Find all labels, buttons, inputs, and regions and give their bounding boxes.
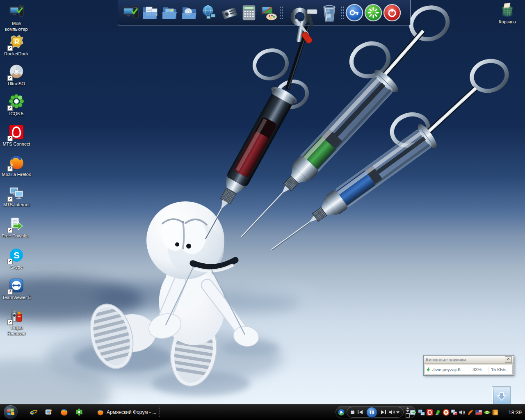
dock-item-system-tools[interactable]: [284, 7, 319, 45]
desktop-icon-teamviewer[interactable]: ↗ TeamViewer 5: [0, 277, 36, 301]
desktop-icon-ultraiso[interactable]: ↗ UltraISO: [0, 64, 36, 87]
desktop-icon-label: MTS-Internet: [0, 202, 36, 208]
tray-audio-device-icon[interactable]: [467, 409, 474, 416]
dock-separator: [340, 5, 345, 21]
tray-opera-icon[interactable]: [426, 409, 433, 416]
next-button[interactable]: [381, 410, 386, 414]
shortcut-arrow-icon: ↗: [7, 166, 13, 171]
dock-item-documents-folder[interactable]: [141, 3, 160, 22]
svg-text:e: e: [31, 409, 34, 416]
desktop-icon-label: Skype: [0, 265, 36, 270]
shortcut-arrow-icon: ↗: [7, 105, 13, 111]
shortcut-arrow-icon: ↗: [7, 46, 13, 51]
shortcut-arrow-icon: ↗: [7, 259, 13, 264]
dock-item-log-off-button[interactable]: [345, 4, 363, 22]
icq-quicklaunch-icon[interactable]: [75, 408, 83, 416]
desktop-icon-mts-connect[interactable]: ↗ MTS Connect: [0, 124, 36, 147]
start-button[interactable]: [4, 405, 18, 419]
dock-item-display-properties[interactable]: [259, 3, 278, 22]
svg-text:S: S: [14, 250, 20, 260]
ultraiso-icon: ↗: [8, 64, 25, 80]
dock-item-my-computer[interactable]: [121, 3, 140, 22]
dock-separator: [279, 5, 283, 21]
desktop-icon-label: Корзина: [488, 19, 525, 25]
internet-explorer-icon[interactable]: e: [30, 408, 38, 416]
taskbar-separator: [159, 406, 160, 418]
dock-item-calculator[interactable]: [240, 3, 258, 22]
tray-volume-icon[interactable]: [459, 409, 466, 416]
desktop-icon-label: ICQ6.5: [0, 111, 36, 117]
downloads-titlebar[interactable]: Активные закачки ✕: [424, 356, 514, 364]
stop-button[interactable]: [351, 411, 354, 414]
skype-icon: S ↗: [8, 247, 25, 263]
desktop-icon-icq[interactable]: ↗ ICQ6.5: [0, 94, 36, 117]
desktop-icon-mozilla-firefox[interactable]: ↗ Mozilla Firefox: [0, 154, 36, 178]
dock-item-music-folder[interactable]: ♪: [180, 3, 199, 22]
download-filename: Jivie.peyzaji.K ...: [432, 367, 470, 372]
mts-connect-icon: ↗: [8, 124, 25, 140]
downloads-window: Активные закачки ✕ Jivie.peyzaji.K ... 3…: [423, 355, 514, 376]
download-row[interactable]: Jivie.peyzaji.K ... 33% 15 КБ/s: [425, 365, 513, 374]
dock-item-shutdown-button[interactable]: [383, 4, 401, 22]
desktop: ♪: [0, 0, 525, 420]
desktop-icon-label: Trojan Remover: [2, 325, 31, 337]
dock-item-media-device[interactable]: [220, 3, 239, 22]
my-computer-icon: [8, 3, 25, 20]
taskbar: e Армянский Форум - ...: [0, 404, 525, 420]
download-speed: 15 КБ/s: [488, 367, 511, 372]
svg-text:R: R: [14, 38, 19, 46]
dock-item-restart-button[interactable]: [364, 4, 382, 22]
recycle-bin-icon: [499, 2, 516, 18]
pause-button[interactable]: [366, 407, 377, 418]
teamviewer-icon: ↗: [8, 277, 25, 294]
previous-button[interactable]: [358, 410, 363, 414]
desktop-icon-label: TeamViewer 5: [0, 295, 36, 301]
download-drop-arrow-icon: [493, 388, 510, 405]
desktop-icon-skype[interactable]: S ↗ Skype: [0, 247, 36, 270]
firefox-quicklaunch-icon[interactable]: [60, 408, 68, 416]
tray-language-indicator-icon[interactable]: [475, 409, 482, 416]
desktop-icon-my-computer[interactable]: Мой компьютер: [2, 3, 31, 32]
mp-restore-icon[interactable]: [406, 413, 410, 418]
wmp-icon[interactable]: [338, 409, 345, 416]
desktop-icon-rocketdock[interactable]: R ↗ RocketDock: [0, 34, 36, 57]
dock-item-recycle-bin[interactable]: [320, 3, 339, 23]
download-arrow-icon: [427, 368, 430, 372]
download-progress: 33%: [470, 367, 488, 372]
task-button-label: Армянский Форум - ...: [107, 409, 156, 415]
shortcut-arrow-icon: ↗: [7, 196, 13, 202]
download-drop-box[interactable]: [492, 386, 511, 405]
dock-item-network-places[interactable]: [200, 3, 219, 22]
desktop-icon-label: Free Downlo...: [2, 233, 31, 239]
shortcut-arrow-icon: ↗: [7, 136, 13, 141]
tray-network-computers-icon[interactable]: [418, 409, 425, 416]
system-tray: [410, 404, 499, 420]
rocketdock: ♪: [118, 0, 411, 25]
show-desktop-icon[interactable]: [45, 408, 53, 416]
taskbar-clock[interactable]: 18:39: [508, 404, 522, 420]
shortcut-arrow-icon: ↗: [7, 228, 13, 233]
tray-network-offline-icon[interactable]: [451, 409, 458, 416]
dock-item-pictures-folder[interactable]: [161, 3, 180, 22]
desktop-icon-recycle-bin[interactable]: Корзина: [488, 2, 525, 25]
media-player-toolbar: [336, 406, 416, 418]
tray-address-book-icon[interactable]: [492, 409, 499, 416]
shortcut-arrow-icon: ↗: [7, 289, 13, 294]
mp-down-icon[interactable]: [406, 410, 409, 412]
tray-download-manager-icon[interactable]: [410, 409, 417, 416]
desktop-icon-free-download-manager[interactable]: ↗ Free Downlo...: [2, 216, 31, 239]
desktop-icon-trojan-remover[interactable]: ↗ Trojan Remover: [2, 308, 31, 337]
taskbar-task-firefox[interactable]: Армянский Форум - ...: [97, 404, 156, 420]
tray-graphics-utility-icon[interactable]: [434, 409, 441, 416]
close-icon[interactable]: ✕: [505, 356, 512, 363]
shortcut-arrow-icon: ↗: [7, 75, 13, 81]
tray-nvidia-settings-icon[interactable]: [484, 409, 491, 416]
volume-button[interactable]: [389, 410, 399, 415]
desktop-icon-label: Мой компьютер: [2, 21, 31, 32]
firefox-icon: ↗: [8, 154, 25, 171]
mts-internet-icon: ↗: [8, 185, 25, 201]
desktop-icon-mts-internet[interactable]: ↗ MTS-Internet: [0, 185, 36, 208]
tray-agent-icon[interactable]: [443, 409, 450, 416]
mp-up-icon[interactable]: [406, 407, 409, 409]
desktop-icon-label: UltraISO: [0, 81, 36, 87]
